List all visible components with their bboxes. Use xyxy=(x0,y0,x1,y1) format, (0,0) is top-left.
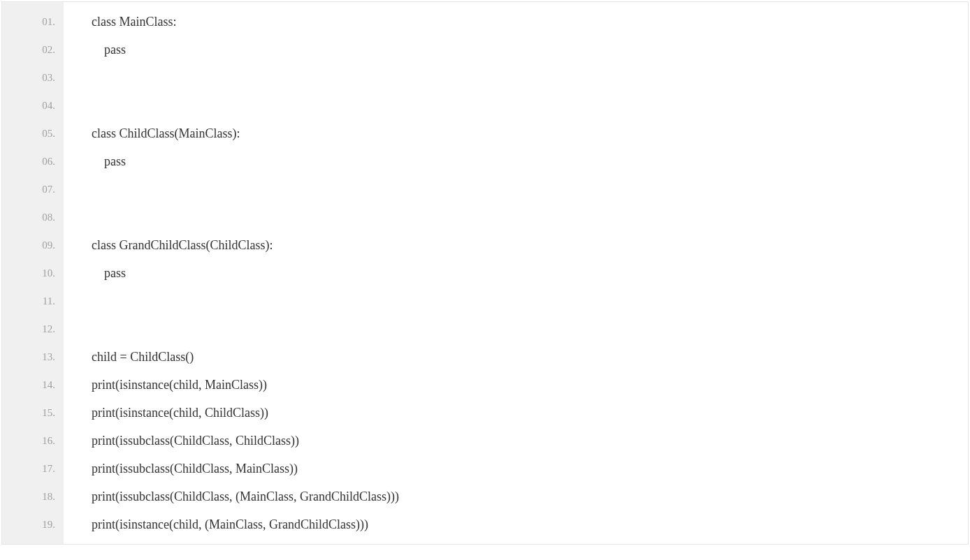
code-line xyxy=(92,287,968,315)
line-number: 16. xyxy=(2,427,64,455)
code-line: print(isinstance(child, ChildClass)) xyxy=(92,399,968,427)
code-line xyxy=(92,315,968,343)
code-line xyxy=(92,175,968,203)
code-line: class MainClass: xyxy=(92,8,968,36)
line-number: 09. xyxy=(2,231,64,259)
line-number: 11. xyxy=(2,287,64,315)
code-line: pass xyxy=(92,259,968,287)
code-line: child = ChildClass() xyxy=(92,343,968,371)
line-number: 02. xyxy=(2,36,64,64)
line-number: 19. xyxy=(2,510,64,538)
line-number: 10. xyxy=(2,259,64,287)
line-number: 17. xyxy=(2,455,64,482)
line-number: 04. xyxy=(2,91,64,119)
code-line: class GrandChildClass(ChildClass): xyxy=(92,231,968,259)
line-number: 01. xyxy=(2,8,64,36)
code-line: print(issubclass(ChildClass, MainClass)) xyxy=(92,455,968,482)
line-number: 03. xyxy=(2,64,64,91)
code-line: print(issubclass(ChildClass, ChildClass)… xyxy=(92,427,968,455)
line-number: 14. xyxy=(2,371,64,399)
code-line: class ChildClass(MainClass): xyxy=(92,119,968,147)
code-line: print(issubclass(ChildClass, (MainClass,… xyxy=(92,482,968,510)
code-line xyxy=(92,64,968,91)
line-number: 12. xyxy=(2,315,64,343)
line-number: 07. xyxy=(2,175,64,203)
code-line: print(isinstance(child, MainClass)) xyxy=(92,371,968,399)
code-line: pass xyxy=(92,36,968,64)
line-number: 13. xyxy=(2,343,64,371)
line-number: 18. xyxy=(2,482,64,510)
code-line: print(isinstance(child, (MainClass, Gran… xyxy=(92,510,968,538)
code-line: pass xyxy=(92,147,968,175)
code-line xyxy=(92,91,968,119)
line-number: 15. xyxy=(2,399,64,427)
code-content[interactable]: class MainClass: pass class ChildClass(M… xyxy=(64,2,968,544)
line-number: 08. xyxy=(2,203,64,231)
line-number-gutter: 01. 02. 03. 04. 05. 06. 07. 08. 09. 10. … xyxy=(2,2,64,544)
code-block: 01. 02. 03. 04. 05. 06. 07. 08. 09. 10. … xyxy=(1,1,969,545)
line-number: 05. xyxy=(2,119,64,147)
line-number: 06. xyxy=(2,147,64,175)
code-line xyxy=(92,203,968,231)
